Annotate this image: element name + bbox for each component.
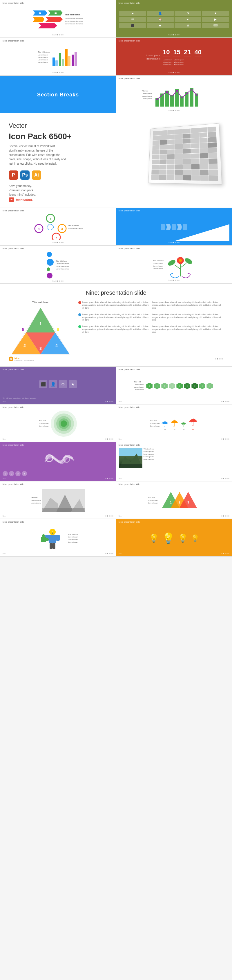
lfd65 [228, 478, 229, 479]
bfd5 [178, 242, 180, 243]
lfd5 [112, 401, 114, 402]
footer-logo-m3: Nine [52, 280, 55, 282]
chart-area [154, 83, 206, 107]
footer-logo-l7: Nine [3, 515, 6, 517]
bic19 [167, 139, 175, 144]
ic10: ◆ [147, 23, 174, 28]
lfd31 [105, 439, 106, 440]
featured-text-cols: Lorem ipsum dolor sit amet, tara adipisc… [78, 301, 223, 353]
bic45 [183, 154, 191, 159]
text-body-1: Lorem ipsum dolor sit amet, tara adipisc… [82, 301, 149, 309]
svg-rect-68 [41, 537, 46, 542]
footer-logo-l5: Nine [3, 477, 6, 479]
bic28 [175, 144, 182, 149]
slide-gray-triangles: Nine: presentation slide Title fieldLore… [0, 481, 116, 519]
bic38 [191, 148, 199, 154]
lfd104 [226, 553, 228, 554]
mfd2 [57, 242, 58, 243]
slide-text-1: Title field demo Lorem ipsum demo text L… [65, 13, 83, 25]
ps-icon: Ps [20, 170, 30, 180]
ca1 [161, 224, 165, 230]
svg-text:2: 2 [24, 343, 26, 348]
slide-footer-l7: Nine [3, 514, 114, 517]
gtri-text: Title fieldLorem ipsumLorem ipsum [31, 496, 41, 504]
fd2 [57, 72, 58, 73]
slide-cycle: Nine: presentation slide 1 2 3 4 Title f… [0, 208, 116, 245]
lfd55 [112, 478, 114, 479]
dot-lg-4 [47, 273, 52, 278]
lfd93 [109, 553, 110, 554]
lfd94 [110, 553, 112, 554]
lfd102 [223, 553, 224, 554]
arrow-pink [38, 23, 57, 29]
lfd22 [223, 401, 224, 402]
footer-dots-l5 [105, 478, 114, 479]
puzzle-content: 💡 Title functionLorem ipsumLorem ipsumLo… [3, 524, 114, 552]
slide-content-1: Title field demo Lorem ipsum demo text L… [3, 5, 114, 33]
svg-text:3: 3 [56, 236, 57, 239]
dot-green-5 [78, 325, 81, 328]
dot2 [57, 34, 58, 35]
svg-rect-63 [49, 535, 56, 543]
footer-logo-l3: Nine [3, 438, 6, 440]
stats-container: 10 15 21 40 ● Lorem ipsum● Lorem ipsum● … [163, 48, 202, 65]
footer-dots-2 [171, 34, 180, 35]
bic13 [183, 133, 191, 138]
bic24 [208, 137, 217, 143]
h9: ● [207, 383, 213, 389]
footer-logo-3: Nine [52, 72, 55, 73]
b8 [74, 52, 77, 66]
umb4-icon: ☂ [188, 417, 198, 429]
color-tri-svg: 1 2 3 [159, 489, 200, 512]
dfd3 [59, 280, 60, 282]
slide-dots: Nine: presentation slide Title field her… [0, 245, 116, 283]
umb1-icon: ☂ [161, 419, 169, 429]
lfd42 [223, 439, 224, 440]
bic80 [209, 175, 218, 181]
dot3 [59, 34, 60, 35]
footer-dots-4 [171, 72, 180, 73]
dfd2 [57, 280, 58, 282]
footer-dots-m4 [171, 280, 180, 281]
ctri-text: Title fieldLorem ipsumLorem ipsum [148, 496, 158, 504]
bic65 [152, 170, 159, 175]
slide-arrows-blue: Nine: presentation slide Nine [116, 208, 232, 245]
puzzle-text: Title functionLorem ipsumLorem ipsumLore… [68, 533, 78, 544]
h2: ● [154, 383, 160, 389]
svg-rect-3 [160, 94, 164, 107]
svg-marker-0 [39, 12, 41, 14]
h5: ● [176, 383, 183, 389]
slide-footer-l8: Nine [118, 514, 229, 517]
fd3 [59, 72, 60, 73]
triangle-svg: 1 2 3 4 5 6 [9, 305, 73, 357]
ic12: ⌨ [202, 23, 229, 28]
h6: ● [184, 383, 190, 389]
umb2-icon: ☂ [170, 418, 178, 429]
sd1: 1 [3, 471, 8, 476]
red-list: ● Lorem ipsum● Lorem ipsum● Lorem ipsum … [163, 59, 202, 65]
footer-dots-l4 [221, 439, 229, 440]
bic16 [208, 132, 216, 137]
slide-footer-6: Nine [169, 109, 180, 112]
footer-dots-m1 [55, 242, 63, 243]
dots-col [47, 252, 54, 278]
svg-text:2: 2 [179, 501, 181, 504]
odot4 [177, 34, 178, 35]
bic76 [175, 175, 182, 180]
pi4: ★ [69, 380, 77, 388]
bic41 [152, 155, 159, 160]
svg-text:💡: 💡 [51, 530, 55, 534]
bar-chart [51, 47, 78, 67]
svg-point-31 [179, 259, 182, 262]
lfd72 [107, 515, 108, 517]
slide-title-l9: Nine: presentation slide [3, 521, 24, 523]
lfd43 [225, 439, 226, 440]
plfd5 [178, 280, 180, 281]
arrow-orange [33, 17, 44, 22]
purple-icon-row: ⬛ 👤 ⚙ ★ [39, 380, 77, 388]
bic9 [153, 135, 160, 140]
lfd82 [223, 515, 224, 517]
bic69 [183, 170, 191, 175]
odot3 [175, 34, 176, 35]
lfd91 [105, 553, 106, 554]
